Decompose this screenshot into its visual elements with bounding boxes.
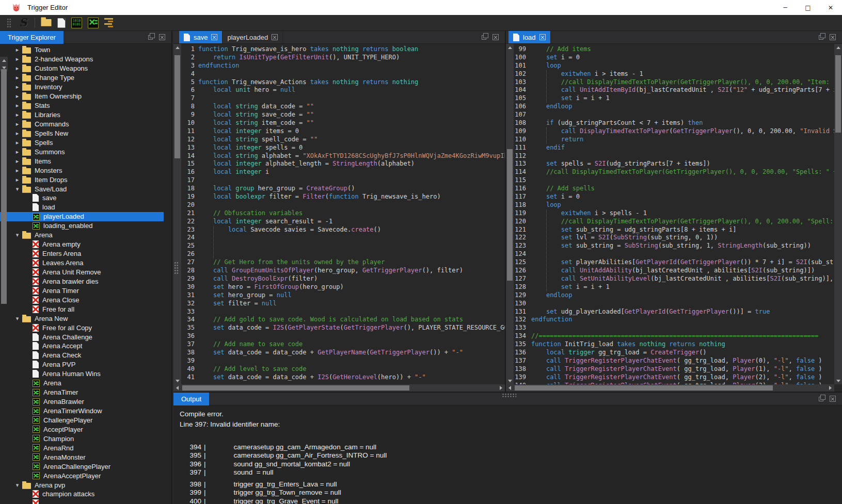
code-line[interactable]: loop xyxy=(531,201,834,209)
script-x-icon[interactable] xyxy=(88,18,99,28)
expanded-arrow-icon[interactable]: ▾ xyxy=(12,232,22,238)
explorer-title-tab[interactable]: Trigger Explorer xyxy=(0,31,63,44)
code-line[interactable] xyxy=(198,357,505,365)
code-line[interactable]: set sub_string = udg_stringParts[8 + ite… xyxy=(531,226,834,234)
folder-icon[interactable] xyxy=(41,20,52,26)
code-line[interactable]: // Add name to save code xyxy=(198,340,505,349)
tree-item-stats[interactable]: ▸Stats xyxy=(0,101,164,110)
code-line[interactable]: local Savecode savies = Savecode.create(… xyxy=(198,226,505,234)
code-line[interactable]: // Get Hero from the units owned by the … xyxy=(198,258,505,267)
code-line[interactable]: function Trig_newsave_Actions takes noth… xyxy=(198,78,505,87)
scrollbar-thumb[interactable] xyxy=(835,55,841,133)
toolbar-grip-icon[interactable] xyxy=(7,18,11,28)
code-line[interactable]: call TriggerRegisterPlayerChatEvent( gg_… xyxy=(531,357,834,365)
code-line[interactable]: //======================================… xyxy=(531,332,834,340)
code-line[interactable]: return IsUnitType(GetFilterUnit(), UNIT_… xyxy=(198,54,505,62)
code-line[interactable]: // Add level to save code xyxy=(198,365,505,373)
float-panel-icon[interactable] xyxy=(819,397,823,401)
code-line[interactable]: set filter = null xyxy=(198,300,505,308)
collapsed-arrow-icon[interactable]: ▸ xyxy=(12,46,22,53)
tree-item-arena-empty[interactable]: Arena empty xyxy=(0,240,164,249)
collapsed-arrow-icon[interactable]: ▸ xyxy=(12,102,22,109)
scroll-up-button[interactable] xyxy=(0,57,8,64)
code-line[interactable] xyxy=(198,94,505,103)
tree-item-items[interactable]: ▸Items xyxy=(0,156,164,166)
scrollbar-track[interactable] xyxy=(506,51,514,377)
code-line[interactable]: set spells = S2I(udg_stringParts[7 + ite… xyxy=(531,160,834,168)
collapsed-arrow-icon[interactable]: ▸ xyxy=(12,93,22,100)
code-line[interactable] xyxy=(198,250,505,258)
scrollbar-track[interactable] xyxy=(834,51,842,377)
collapsed-arrow-icon[interactable]: ▸ xyxy=(12,130,22,137)
tree-item-arena-check[interactable]: Arena Check xyxy=(0,351,164,360)
tree-item-acceptplayer[interactable]: AcceptPlayer xyxy=(0,425,164,434)
code-line[interactable] xyxy=(198,242,505,250)
close-panel-icon[interactable] xyxy=(830,396,836,402)
tree-item-leaves-arena[interactable]: Leaves Arena xyxy=(0,258,164,268)
scroll-up-button[interactable] xyxy=(506,44,514,51)
code-line[interactable]: set data_code = data_code + I2S(GetHeroL… xyxy=(198,373,505,382)
code-line[interactable]: set hero = FirstOfGroup(hero_group) xyxy=(198,283,505,291)
code-area[interactable]: function Trig_newsave_is_hero takes noth… xyxy=(198,45,505,384)
code-line[interactable]: local integer i xyxy=(198,168,505,176)
float-panel-icon[interactable] xyxy=(148,35,153,40)
code-line[interactable]: local boolexpr filter = Filter(function … xyxy=(198,193,505,201)
tree-item-arenaacceptplayer[interactable]: ArenaAcceptPlayer xyxy=(0,471,164,480)
scroll-right-button[interactable] xyxy=(827,384,834,392)
tree-item-arena-close[interactable]: Arena Close xyxy=(0,295,164,304)
tree-item-item-ownership[interactable]: ▸Item Ownership xyxy=(0,92,164,101)
code-line[interactable]: //call DisplayTimedTextToPlayer(GetTrigg… xyxy=(531,218,834,226)
code-line[interactable] xyxy=(531,176,834,185)
scrollbar-thumb[interactable] xyxy=(515,385,773,391)
code-line[interactable]: call DestroyBoolExpr(filter) xyxy=(198,275,505,283)
scroll-down-button[interactable] xyxy=(834,377,842,384)
code-line[interactable]: //call DisplayTimedTextToPlayer(GetTrigg… xyxy=(531,78,834,87)
close-tab-icon[interactable] xyxy=(272,34,278,40)
code-line[interactable]: local unit hero = null xyxy=(198,86,505,94)
tree-item-spells[interactable]: ▸Spells xyxy=(0,138,164,147)
code-line[interactable]: set i = 0 xyxy=(531,54,834,62)
tree-item-arenachallengeplayer[interactable]: ArenaChallengePlayer xyxy=(0,462,164,471)
editor-vscrollbar[interactable] xyxy=(506,44,514,384)
scrollbar-track[interactable] xyxy=(181,384,497,392)
code-line[interactable]: set hero_group = null xyxy=(198,291,505,300)
code-line[interactable] xyxy=(198,332,505,340)
tree-item-item-drops[interactable]: ▸Item Drops xyxy=(0,175,164,184)
tree-item-load[interactable]: load xyxy=(0,203,164,212)
code-line[interactable]: set data_code = I2S(GetPlayerState(GetTr… xyxy=(198,324,505,332)
scrollbar-thumb[interactable] xyxy=(507,149,513,281)
tree-item-spells-new[interactable]: ▸Spells New xyxy=(0,128,164,138)
binary-code-icon[interactable]: 10100101 xyxy=(71,18,82,28)
code-line[interactable]: call TriggerRegisterPlayerChatEvent( gg_… xyxy=(531,365,834,373)
expanded-arrow-icon[interactable]: ▾ xyxy=(12,482,22,489)
tree-item-challengeplayer[interactable]: ChallengePlayer xyxy=(0,416,164,425)
explorer-scrollbar[interactable] xyxy=(0,57,8,71)
code-line[interactable]: endloop xyxy=(531,291,834,300)
tree-item-arena-pvp[interactable]: ▾Arena pvp xyxy=(0,480,164,490)
tree-item-summons[interactable]: ▸Summons xyxy=(0,147,164,156)
scrollbar-thumb[interactable] xyxy=(174,55,180,158)
collapsed-arrow-icon[interactable]: ▸ xyxy=(12,111,22,118)
scroll-left-button[interactable] xyxy=(506,384,514,392)
tree-item-2-handed-weapons[interactable]: ▸2-handed Weapons xyxy=(0,55,164,64)
collapsed-arrow-icon[interactable]: ▸ xyxy=(12,56,22,62)
tree-item-save-load[interactable]: ▾Save/Load xyxy=(0,184,164,193)
tree-item-arena-pvp[interactable]: Arena PVP xyxy=(0,360,164,369)
code-line[interactable]: local integer spells = 0 xyxy=(198,144,505,152)
code-line[interactable] xyxy=(198,308,505,316)
scroll-up-button[interactable] xyxy=(834,44,842,51)
collapsed-arrow-icon[interactable]: ▸ xyxy=(12,65,22,72)
tree-item-enters-arena[interactable]: Enters Arena xyxy=(0,249,164,258)
tree-item-arena[interactable]: Arena xyxy=(0,379,164,388)
code-line[interactable]: local group hero_group = CreateGroup() xyxy=(198,185,505,193)
code-line[interactable] xyxy=(198,176,505,185)
output-tab[interactable]: Output xyxy=(173,393,209,405)
code-line[interactable]: // Add items xyxy=(531,45,834,54)
tree-item-town[interactable]: ▸Town xyxy=(0,45,164,55)
code-line[interactable] xyxy=(531,250,834,258)
list-icon[interactable] xyxy=(104,18,113,27)
editor-hscrollbar[interactable] xyxy=(173,384,505,392)
tree-item-arenabrawler[interactable]: ArenaBrawler xyxy=(0,397,164,407)
minimize-button[interactable]: ─ xyxy=(774,0,797,15)
code-line[interactable]: call UnitAddItemById(bj_lastCreatedUnit … xyxy=(531,86,834,94)
